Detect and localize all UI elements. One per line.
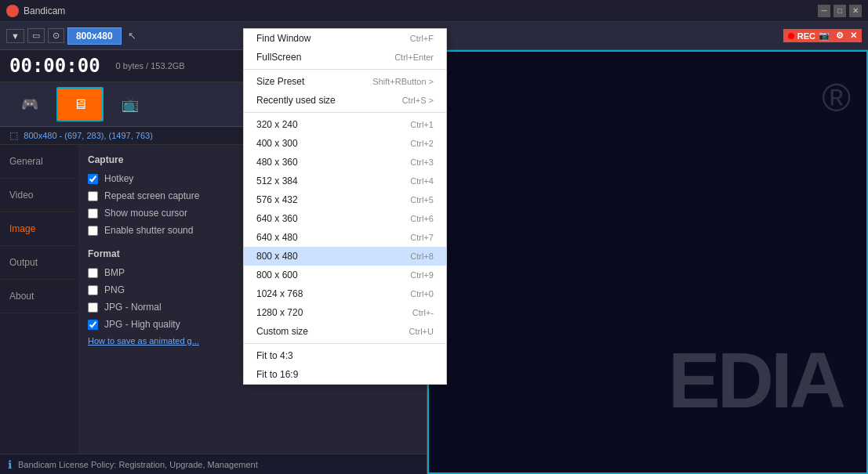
menu-item-label: 640 x 360 bbox=[256, 213, 298, 224]
screen-icon: 🖥 bbox=[73, 96, 87, 113]
main-container: ▼ ▭ ⊙ 800x480 ↖ REC 📷 ⚙ ✕ 00:00:00 0 byt… bbox=[0, 22, 868, 474]
camera-icon: 📷 bbox=[819, 31, 830, 41]
bmp-checkbox[interactable] bbox=[88, 268, 98, 278]
menu-item-320x240[interactable]: 320 x 240Ctrl+1 bbox=[244, 115, 446, 134]
menu-item-576x432[interactable]: 576 x 432Ctrl+5 bbox=[244, 190, 446, 209]
hotkey-checkbox[interactable] bbox=[88, 174, 98, 184]
rec-dot bbox=[788, 33, 794, 39]
shutter-label: Enable shutter sound bbox=[104, 225, 193, 236]
menu-item-800x600[interactable]: 800 x 600Ctrl+9 bbox=[244, 266, 446, 284]
tab-screen[interactable]: 🖥 bbox=[56, 87, 104, 121]
menu-item-label: 800 x 600 bbox=[256, 270, 298, 280]
menu-item-400x300[interactable]: 400 x 300Ctrl+2 bbox=[244, 134, 446, 153]
menu-item-shortcut: Ctrl+S > bbox=[402, 96, 434, 105]
menu-item-640x360[interactable]: 640 x 360Ctrl+6 bbox=[244, 209, 446, 228]
app-title: Bandicam bbox=[24, 5, 818, 16]
nav-video[interactable]: Video bbox=[0, 179, 78, 212]
app-icon bbox=[6, 5, 19, 17]
info-icon: ℹ bbox=[8, 458, 12, 471]
window-select-button[interactable]: ▭ bbox=[27, 28, 45, 43]
menu-item-512x384[interactable]: 512 x 384Ctrl+4 bbox=[244, 172, 446, 190]
menu-item-label: FullScreen bbox=[256, 52, 301, 63]
repeat-label: Repeat screen capture bbox=[104, 190, 199, 201]
selection-icon: ⬚ bbox=[9, 130, 18, 141]
menu-item-label: 1024 x 768 bbox=[256, 288, 303, 299]
menu-item-shortcut: Ctrl+5 bbox=[410, 195, 434, 204]
nav-general[interactable]: General bbox=[0, 145, 78, 179]
menu-item-fit43[interactable]: Fit to 4:3 bbox=[244, 346, 446, 365]
status-message: Bandicam License Policy: Registration, U… bbox=[18, 460, 258, 469]
shutter-checkbox[interactable] bbox=[88, 226, 98, 236]
tab-device[interactable]: 📺 bbox=[107, 87, 154, 121]
menu-item-fit169[interactable]: Fit to 16:9 bbox=[244, 365, 446, 384]
jpg-high-checkbox[interactable] bbox=[88, 320, 98, 330]
mouse-checkbox[interactable] bbox=[88, 208, 98, 219]
tab-game[interactable]: 🎮 bbox=[6, 87, 53, 121]
dropdown-arrow-button[interactable]: ▼ bbox=[6, 29, 24, 43]
cursor-indicator: ↖ bbox=[128, 30, 136, 42]
menu-item-custom[interactable]: Custom sizeCtrl+U bbox=[244, 322, 446, 341]
close-button[interactable]: ✕ bbox=[849, 5, 862, 17]
maximize-button[interactable]: □ bbox=[833, 5, 846, 17]
menu-item-shortcut: Shift+RButton > bbox=[372, 77, 434, 86]
menu-item-shortcut: Ctrl+2 bbox=[410, 139, 434, 148]
time-display: 00:00:00 bbox=[9, 55, 100, 77]
title-bar: Bandicam ─ □ ✕ bbox=[0, 0, 868, 22]
jpg-normal-checkbox[interactable] bbox=[88, 302, 98, 313]
menu-item-label: Fit to 16:9 bbox=[256, 369, 298, 380]
hotkey-label: Hotkey bbox=[104, 173, 133, 184]
menu-item-shortcut: Ctrl+U bbox=[409, 327, 434, 336]
menu-item-shortcut: Ctrl+1 bbox=[410, 120, 434, 129]
nav-output[interactable]: Output bbox=[0, 246, 78, 280]
menu-item-label: Fit to 4:3 bbox=[256, 350, 293, 361]
menu-item-shortcut: Ctrl+6 bbox=[410, 214, 434, 223]
menu-separator bbox=[244, 112, 446, 113]
menu-item-480x360[interactable]: 480 x 360Ctrl+3 bbox=[244, 153, 446, 172]
menu-item-shortcut: Ctrl+4 bbox=[410, 176, 434, 186]
menu-item-size-preset[interactable]: Size PresetShift+RButton > bbox=[244, 72, 446, 91]
registered-mark: ® bbox=[822, 75, 851, 121]
resolution-text: 800x480 - (697, 283), (1497, 763) bbox=[24, 131, 153, 140]
repeat-checkbox[interactable] bbox=[88, 191, 98, 201]
menu-item-label: Custom size bbox=[256, 326, 308, 337]
menu-item-label: 1280 x 720 bbox=[256, 307, 303, 318]
minimize-button[interactable]: ─ bbox=[818, 5, 830, 17]
file-size: 0 bytes / 153.2GB bbox=[116, 61, 185, 71]
menu-item-640x480[interactable]: 640 x 480Ctrl+7 bbox=[244, 228, 446, 247]
settings-toolbar-icon: ⚙ bbox=[836, 31, 844, 41]
close-toolbar-icon: ✕ bbox=[850, 31, 857, 41]
nav-about[interactable]: About bbox=[0, 280, 78, 313]
menu-item-recently-used[interactable]: Recently used sizeCtrl+S > bbox=[244, 91, 446, 110]
menu-item-1024x768[interactable]: 1024 x 768Ctrl+0 bbox=[244, 284, 446, 303]
menu-item-shortcut: Ctrl+3 bbox=[410, 157, 434, 167]
jpg-high-label: JPG - High quality bbox=[104, 319, 180, 330]
menu-item-label: 800 x 480 bbox=[256, 251, 298, 262]
menu-item-shortcut: Ctrl+7 bbox=[410, 233, 434, 242]
menu-item-1280x720[interactable]: 1280 x 720Ctrl+- bbox=[244, 303, 446, 322]
menu-item-label: Find Window bbox=[256, 33, 311, 44]
png-label: PNG bbox=[104, 284, 125, 295]
png-checkbox[interactable] bbox=[88, 285, 98, 295]
menu-separator bbox=[244, 69, 446, 70]
menu-item-label: 640 x 480 bbox=[256, 232, 298, 243]
menu-item-shortcut: Ctrl+9 bbox=[410, 270, 434, 280]
menu-item-800x480[interactable]: 800 x 480Ctrl+8 bbox=[244, 247, 446, 266]
menu-item-label: Recently used size bbox=[256, 95, 336, 106]
bmp-label: BMP bbox=[104, 267, 125, 278]
menu-item-fullscreen[interactable]: FullScreenCtrl+Enter bbox=[244, 48, 446, 67]
magnifier-button[interactable]: ⊙ bbox=[48, 28, 64, 43]
nav-image[interactable]: Image bbox=[0, 212, 78, 246]
window-controls[interactable]: ─ □ ✕ bbox=[818, 5, 862, 17]
device-icon: 📺 bbox=[122, 96, 139, 113]
menu-item-shortcut: Ctrl+8 bbox=[410, 251, 434, 261]
menu-item-find-window[interactable]: Find WindowCtrl+F bbox=[244, 29, 446, 48]
menu-item-label: 320 x 240 bbox=[256, 119, 298, 130]
game-icon: 🎮 bbox=[21, 96, 38, 113]
resolution-button[interactable]: 800x480 bbox=[67, 27, 122, 45]
menu-item-shortcut: Ctrl+F bbox=[410, 34, 434, 43]
preview-logo: EDIA bbox=[668, 335, 843, 425]
left-nav: General Video Image Output About bbox=[0, 145, 78, 454]
menu-item-shortcut: Ctrl+- bbox=[412, 308, 434, 317]
menu-item-shortcut: Ctrl+0 bbox=[410, 289, 434, 299]
rec-label: REC bbox=[797, 31, 815, 41]
